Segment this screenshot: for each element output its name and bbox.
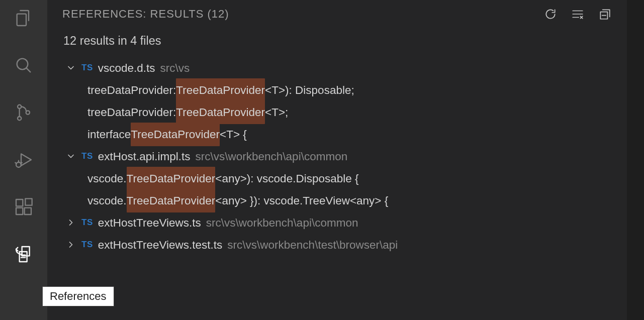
ts-badge-icon: TS: [81, 214, 93, 231]
match-pre: interface: [87, 123, 131, 146]
match-line[interactable]: interface TreeDataProvider<T> {: [47, 123, 627, 145]
match-post: <any>): vscode.Disposable {: [215, 167, 358, 190]
match-post: <T>;: [265, 101, 288, 124]
results-summary: 12 results in 4 files: [47, 26, 627, 57]
match-line[interactable]: treeDataProvider: TreeDataProvider<T>;: [47, 101, 627, 123]
tooltip: References: [42, 286, 114, 306]
explorer-icon[interactable]: [13, 7, 35, 29]
match-post: <any> }): vscode.TreeView<any> {: [215, 189, 388, 212]
file-row[interactable]: TSextHost.api.impl.tssrc\vs\workbench\ap…: [47, 145, 627, 167]
match-post: <T>): Disposable;: [265, 79, 354, 101]
file-path: src\vs\workbench\api\common: [196, 145, 348, 168]
match-post: <T> {: [220, 123, 247, 146]
activity-bar: [0, 0, 47, 320]
results-tree: TSvscode.d.tssrc\vstreeDataProvider: Tre…: [47, 57, 627, 256]
svg-line-8: [15, 163, 16, 164]
match-pre: vscode.: [87, 189, 127, 212]
clear-icon[interactable]: [571, 7, 585, 21]
svg-line-1: [26, 68, 30, 72]
collapse-all-icon[interactable]: [598, 7, 612, 21]
panel-title: REFERENCES: RESULTS (12): [62, 8, 229, 21]
panel-header: REFERENCES: RESULTS (12): [47, 0, 627, 26]
svg-point-6: [16, 162, 21, 167]
match-line[interactable]: vscode.TreeDataProvider<any>): vscode.Di…: [47, 167, 627, 189]
match-highlight: TreeDataProvider: [176, 78, 265, 102]
svg-rect-11: [16, 208, 23, 215]
file-name: extHost.api.impl.ts: [98, 145, 191, 168]
references-activity-icon[interactable]: [13, 243, 35, 265]
file-row[interactable]: TSvscode.d.tssrc\vs: [47, 57, 627, 79]
match-pre: vscode.: [87, 167, 127, 190]
refresh-icon[interactable]: [543, 7, 558, 21]
svg-rect-12: [25, 208, 31, 215]
file-path: src\vs: [160, 57, 190, 79]
chevron-right-icon[interactable]: [63, 218, 78, 228]
match-pre: treeDataProvider:: [87, 79, 176, 101]
match-pre: treeDataProvider:: [87, 101, 176, 124]
file-row[interactable]: TSextHostTreeViews.test.tssrc\vs\workben…: [47, 234, 627, 256]
source-control-icon[interactable]: [13, 101, 35, 124]
svg-rect-13: [25, 198, 32, 205]
ts-badge-icon: TS: [81, 59, 93, 76]
run-debug-icon[interactable]: [13, 149, 35, 171]
editor-gutter: [627, 0, 644, 320]
svg-marker-5: [21, 154, 31, 165]
panel-actions: [543, 7, 612, 21]
file-name: extHostTreeViews.test.ts: [98, 234, 223, 256]
match-line[interactable]: treeDataProvider: TreeDataProvider<T>): …: [47, 79, 627, 101]
chevron-down-icon[interactable]: [63, 63, 78, 73]
file-name: extHostTreeViews.ts: [98, 211, 201, 234]
match-highlight: TreeDataProvider: [176, 100, 265, 124]
chevron-right-icon[interactable]: [63, 240, 78, 250]
file-name: vscode.d.ts: [98, 57, 155, 79]
svg-rect-15: [20, 252, 27, 262]
extensions-icon[interactable]: [13, 196, 35, 218]
match-highlight: TreeDataProvider: [131, 123, 220, 146]
file-path: src\vs\workbench\api\common: [206, 211, 358, 234]
svg-rect-10: [16, 199, 23, 206]
match-line[interactable]: vscode.TreeDataProvider<any> }): vscode.…: [47, 189, 627, 211]
chevron-down-icon[interactable]: [63, 151, 78, 161]
search-icon[interactable]: [13, 54, 35, 76]
file-path: src\vs\workbench\test\browser\api: [227, 234, 398, 256]
ts-badge-icon: TS: [81, 236, 93, 253]
svg-line-9: [21, 163, 22, 164]
match-highlight: TreeDataProvider: [127, 189, 216, 212]
references-panel: REFERENCES: RESULTS (12) 12 results in 4…: [47, 0, 627, 320]
match-highlight: TreeDataProvider: [127, 167, 216, 190]
ts-badge-icon: TS: [81, 148, 93, 165]
file-row[interactable]: TSextHostTreeViews.tssrc\vs\workbench\ap…: [47, 211, 627, 234]
